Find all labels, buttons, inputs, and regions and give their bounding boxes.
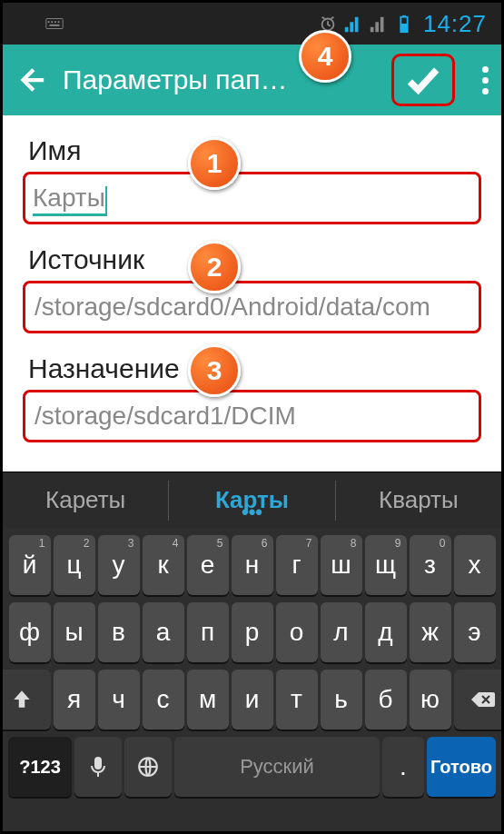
svg-rect-8 <box>400 24 407 32</box>
key-ф[interactable]: ф <box>9 602 51 662</box>
key-р[interactable]: р <box>232 602 273 662</box>
enter-key[interactable]: Готово <box>427 737 496 797</box>
key-щ[interactable]: щ9 <box>365 535 407 595</box>
keyboard-row-1: й1ц2у3к4е5н6г7ш8щ9з0х <box>8 535 496 595</box>
dest-input[interactable] <box>33 402 471 431</box>
name-label: Имя <box>23 124 481 168</box>
suggestion-2[interactable]: Карты ••• <box>169 482 334 518</box>
svg-rect-3 <box>54 21 56 23</box>
suggestion-1[interactable]: Кареты <box>3 482 168 518</box>
key-м[interactable]: м <box>187 670 229 730</box>
annotation-2: 2 <box>188 241 241 293</box>
source-input[interactable] <box>33 293 471 322</box>
key-ю[interactable]: ю <box>410 670 451 730</box>
key-г[interactable]: г7 <box>276 535 318 595</box>
form: Имя Карты Источник Назначение <box>3 115 501 442</box>
key-о[interactable]: о <box>276 602 318 662</box>
key-п[interactable]: п <box>187 602 229 662</box>
svg-rect-4 <box>58 21 60 23</box>
signal-icon-2 <box>369 14 389 34</box>
key-я[interactable]: я <box>54 670 95 730</box>
annotation-4: 4 <box>299 30 351 83</box>
globe-icon <box>136 755 160 779</box>
svg-rect-9 <box>402 15 406 17</box>
svg-rect-1 <box>48 21 50 23</box>
suggestion-3[interactable]: Кварты <box>336 482 501 518</box>
keyboard-icon <box>44 14 64 34</box>
key-т[interactable]: т <box>276 670 318 730</box>
mic-key[interactable] <box>74 737 122 797</box>
key-с[interactable]: с <box>143 670 184 730</box>
key-б[interactable]: б <box>365 670 407 730</box>
mic-icon <box>89 755 107 779</box>
key-й[interactable]: й1 <box>9 535 51 595</box>
keyboard: й1ц2у3к4е5н6г7ш8щ9з0х фывапролджэ ячсмит… <box>3 528 501 831</box>
check-icon <box>403 60 443 100</box>
period-key[interactable]: . <box>382 737 424 797</box>
svg-rect-5 <box>50 25 60 26</box>
source-label: Источник <box>23 233 481 277</box>
battery-icon <box>394 14 414 34</box>
svg-rect-0 <box>46 19 63 29</box>
svg-rect-10 <box>94 757 102 769</box>
key-е[interactable]: е5 <box>187 535 229 595</box>
name-input[interactable]: Карты <box>33 184 105 212</box>
key-и[interactable]: и <box>232 670 273 730</box>
key-ы[interactable]: ы <box>54 602 95 662</box>
action-bar: Параметры пап… <box>3 45 501 115</box>
key-ш[interactable]: ш8 <box>321 535 362 595</box>
key-ц[interactable]: ц2 <box>54 535 95 595</box>
confirm-button[interactable] <box>391 54 455 106</box>
key-ь[interactable]: ь <box>321 670 362 730</box>
ellipsis-icon: ••• <box>169 511 334 514</box>
dest-field-box <box>23 390 481 442</box>
keyboard-row-3: ячсмитьбю <box>8 670 496 730</box>
key-к[interactable]: к4 <box>143 535 184 595</box>
keyboard-row-2: фывапролджэ <box>8 602 496 662</box>
svg-rect-2 <box>51 21 53 23</box>
source-field-box <box>23 281 481 333</box>
overflow-menu-button[interactable] <box>482 66 489 94</box>
symbols-key[interactable]: ?123 <box>8 737 72 797</box>
key-л[interactable]: л <box>321 602 362 662</box>
key-з[interactable]: з0 <box>410 535 451 595</box>
key-ж[interactable]: ж <box>410 602 451 662</box>
backspace-key[interactable] <box>454 670 505 730</box>
key-н[interactable]: н6 <box>232 535 273 595</box>
language-key[interactable] <box>124 737 172 797</box>
key-э[interactable]: э <box>454 602 496 662</box>
status-time: 14:27 <box>423 10 487 38</box>
key-д[interactable]: д <box>365 602 407 662</box>
text-cursor <box>105 186 107 213</box>
dest-label: Назначение <box>23 343 481 386</box>
space-key[interactable]: Русский <box>174 737 380 797</box>
key-ч[interactable]: ч <box>98 670 140 730</box>
device-frame: 14:27 Параметры пап… Имя Карты Источник … <box>0 0 504 834</box>
annotation-1: 1 <box>188 137 241 190</box>
key-в[interactable]: в <box>98 602 140 662</box>
backspace-icon <box>469 689 497 710</box>
key-у[interactable]: у3 <box>98 535 140 595</box>
shift-key[interactable] <box>0 670 51 730</box>
signal-icon <box>343 14 363 34</box>
keyboard-suggestions: Кареты Карты ••• Кварты <box>3 472 501 528</box>
annotation-3: 3 <box>188 344 241 397</box>
name-field-box: Карты <box>23 172 481 224</box>
key-а[interactable]: а <box>143 602 184 662</box>
back-icon[interactable] <box>15 65 46 95</box>
keyboard-row-4: ?123 Русский . Готово <box>8 737 496 797</box>
status-bar: 14:27 <box>3 3 501 45</box>
shift-icon <box>10 688 34 711</box>
key-х[interactable]: х <box>454 535 496 595</box>
